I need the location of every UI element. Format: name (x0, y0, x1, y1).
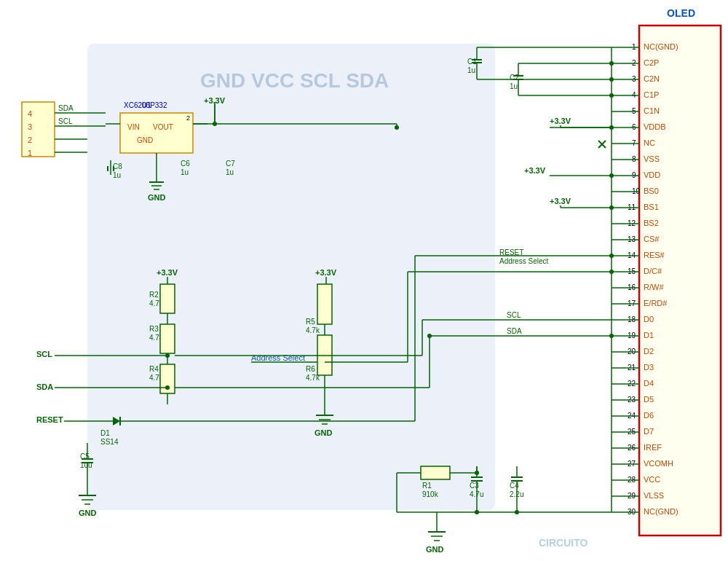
sda-net-label: SDA (36, 382, 53, 391)
svg-text:D2: D2 (644, 347, 654, 356)
sda-label-pin19: SDA (507, 327, 522, 335)
gnd-bottom-left: GND (79, 481, 97, 517)
svg-text:C1: C1 (467, 58, 477, 66)
sda-junction-2 (427, 334, 432, 338)
c7-component: C7 1u (226, 160, 235, 176)
svg-text:D6: D6 (644, 411, 654, 420)
svg-text:VDDB: VDDB (644, 122, 666, 131)
svg-text:D3: D3 (644, 363, 654, 372)
sda-junction (165, 385, 170, 390)
svg-rect-121 (120, 113, 193, 153)
svg-text:1u: 1u (510, 82, 518, 90)
vcc-pin9-label: +3.3V (524, 166, 546, 175)
svg-point-118 (609, 205, 614, 210)
svg-point-109 (609, 77, 614, 82)
svg-marker-169 (113, 417, 120, 425)
address-select-center-label: Address Select (251, 353, 305, 362)
d1-component: D1 SS14 (100, 417, 131, 446)
svg-text:2: 2 (28, 136, 32, 144)
j-vcc-u1 (213, 122, 217, 126)
svg-text:+3.3V: +3.3V (550, 197, 571, 205)
svg-text:4: 4 (28, 109, 32, 118)
r5-component: R5 4.7k (306, 284, 332, 335)
svg-text:BS1: BS1 (644, 203, 659, 211)
svg-text:D7: D7 (644, 427, 654, 436)
scl-label-pin18: SCL (507, 311, 521, 319)
gnd-bottom-right: GND (426, 512, 446, 554)
svg-text:R5: R5 (306, 318, 315, 326)
svg-text:D1: D1 (100, 429, 110, 437)
svg-text:910k: 910k (422, 490, 439, 498)
svg-text:R/W#: R/W# (644, 283, 664, 291)
svg-text:C3: C3 (470, 482, 479, 490)
svg-rect-185 (317, 284, 332, 324)
pin-wires-right (612, 47, 639, 512)
c2-component: C2 1u (510, 63, 614, 98)
nc-x-mark (598, 141, 606, 148)
gnd-bottom-center: GND (314, 390, 333, 437)
svg-text:RES#: RES# (644, 251, 665, 259)
svg-text:D1: D1 (644, 331, 654, 340)
svg-text:C7: C7 (226, 160, 235, 168)
svg-rect-136 (22, 102, 55, 157)
r1-c3-junction (475, 471, 479, 475)
svg-text:VLSS: VLSS (644, 491, 664, 500)
svg-text:GND: GND (426, 545, 444, 554)
vcc-pin11: +3.3V (550, 197, 614, 210)
j-vcc-right (395, 125, 399, 130)
c8-component: C8 1u (108, 160, 122, 179)
svg-text:VCOMH: VCOMH (644, 459, 673, 468)
r3-component: R3 4.7k (149, 324, 175, 368)
svg-text:NC(GND): NC(GND) (644, 507, 678, 516)
svg-rect-160 (160, 324, 175, 353)
pcb-labels: GND VCC SCL SDA (200, 69, 389, 92)
r2-component: R2 4.7k (149, 284, 175, 324)
svg-text:VIN: VIN (127, 123, 140, 131)
junction-pin15 (609, 270, 614, 274)
svg-text:C2N: C2N (644, 74, 660, 83)
svg-point-110 (609, 93, 614, 98)
svg-text:D0: D0 (644, 315, 654, 323)
svg-text:C1P: C1P (644, 90, 659, 99)
svg-text:VSS: VSS (644, 154, 660, 163)
svg-text:C6: C6 (181, 160, 190, 168)
svg-text:VDD: VDD (644, 170, 660, 179)
svg-text:BS0: BS0 (644, 187, 659, 195)
junction-pin14 (609, 254, 614, 258)
svg-text:NC: NC (644, 138, 655, 147)
schematic-canvas: OLED 1 2 3 4 5 6 7 8 9 10 11 12 13 14 15… (0, 0, 728, 561)
svg-text:2: 2 (186, 114, 190, 122)
vcc-pullup: +3.3V (157, 268, 178, 277)
svg-text:GND: GND (79, 509, 97, 517)
svg-text:GND: GND (148, 193, 166, 202)
c4-component: C4 2.2u (510, 466, 523, 512)
svg-text:R3: R3 (149, 325, 159, 333)
reset-net-label: RESET (36, 415, 63, 424)
svg-text:SS14: SS14 (100, 438, 119, 446)
junction-pin19 (609, 334, 614, 338)
svg-text:1u: 1u (113, 171, 121, 179)
c5-component: C5 10u (80, 443, 93, 481)
c3-gnd-junction (475, 510, 479, 514)
c4-gnd-junction (515, 510, 519, 514)
svg-text:R4: R4 (149, 365, 159, 373)
svg-text:E/RD#: E/RD# (644, 299, 668, 307)
svg-text:BS2: BS2 (644, 219, 659, 227)
u1-component: U1 XC6206P332 VIN VOUT GND 2 (106, 101, 207, 168)
j-vdd (609, 173, 614, 178)
svg-text:C1N: C1N (644, 106, 660, 115)
svg-text:C2: C2 (510, 74, 519, 82)
svg-text:3: 3 (28, 122, 32, 131)
r1-component: R1 910k (397, 466, 466, 498)
gnd-u1: GND (148, 168, 166, 202)
svg-text:1: 1 (28, 149, 32, 157)
svg-text:NC(GND): NC(GND) (644, 42, 678, 51)
svg-text:1u: 1u (467, 66, 475, 74)
svg-text:VOUT: VOUT (153, 123, 173, 131)
address-select-label: Address Select (499, 257, 548, 265)
svg-text:1u: 1u (181, 168, 189, 176)
svg-text:GND: GND (137, 136, 153, 144)
svg-text:IREF: IREF (644, 443, 662, 452)
svg-text:C2P: C2P (644, 58, 659, 67)
scl-net-label: SCL (36, 350, 52, 358)
